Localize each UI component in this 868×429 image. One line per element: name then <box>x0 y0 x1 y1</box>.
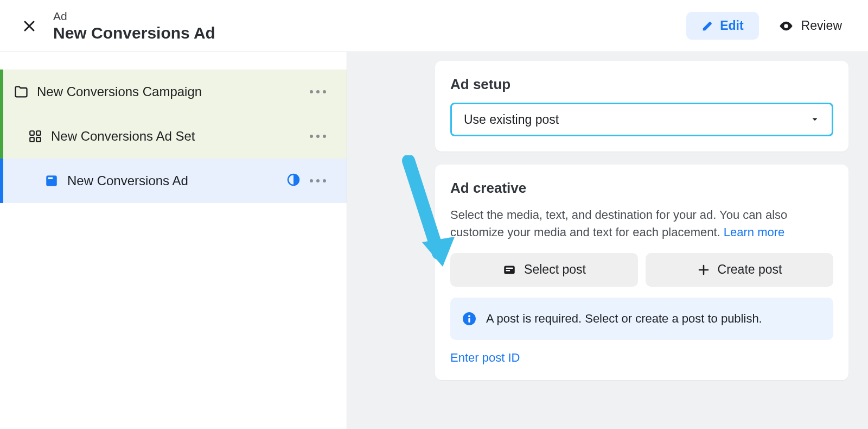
header-actions: Edit Review <box>686 12 846 40</box>
review-button[interactable]: Review <box>774 13 846 39</box>
tree-item-adset-label: New Conversions Ad Set <box>51 129 195 144</box>
left-tree-pane: New Conversions Campaign New Conversions… <box>0 52 347 429</box>
more-menu-adset[interactable] <box>307 131 329 141</box>
ad-icon <box>43 173 60 189</box>
header-bar: Ad New Conversions Ad Edit Review <box>0 0 868 52</box>
svg-rect-5 <box>46 175 57 186</box>
create-post-button[interactable]: Create post <box>646 253 833 287</box>
page-title: New Conversions Ad <box>53 24 215 42</box>
close-icon <box>23 20 36 33</box>
grid-icon <box>27 128 43 144</box>
tree-item-campaign[interactable]: New Conversions Campaign <box>0 70 347 114</box>
status-badge <box>287 173 300 188</box>
post-required-info: A post is required. Select or create a p… <box>450 298 833 340</box>
caret-down-icon <box>810 115 820 124</box>
tree-item-ad[interactable]: New Conversions Ad <box>0 159 347 203</box>
ad-creative-description: Select the media, text, and destination … <box>450 206 833 241</box>
learn-more-link[interactable]: Learn more <box>724 225 785 239</box>
right-pane: Ad setup Use existing post Ad creative S… <box>347 52 868 429</box>
tree-item-ad-label: New Conversions Ad <box>67 173 188 188</box>
ad-setup-title: Ad setup <box>450 76 833 93</box>
svg-rect-2 <box>36 131 41 135</box>
folder-icon <box>13 84 29 100</box>
svg-rect-13 <box>468 318 470 323</box>
enter-post-id-link[interactable]: Enter post ID <box>450 351 520 365</box>
title-block: Ad New Conversions Ad <box>53 10 215 42</box>
post-icon <box>502 263 516 277</box>
ad-creative-title: Ad creative <box>450 180 833 197</box>
review-label: Review <box>801 18 842 33</box>
svg-point-12 <box>468 315 470 317</box>
svg-point-0 <box>784 24 788 28</box>
svg-rect-3 <box>30 137 34 142</box>
select-post-label: Select post <box>524 262 586 277</box>
svg-rect-9 <box>506 267 513 268</box>
ad-setup-card: Ad setup Use existing post <box>435 61 848 152</box>
svg-rect-10 <box>506 270 510 271</box>
svg-rect-1 <box>30 131 34 135</box>
info-text: A post is required. Select or create a p… <box>486 312 762 326</box>
create-post-label: Create post <box>718 262 782 277</box>
eye-icon <box>778 18 794 34</box>
ad-setup-select-value: Use existing post <box>464 112 559 127</box>
ad-setup-select[interactable]: Use existing post <box>450 103 833 136</box>
tree-item-adset[interactable]: New Conversions Ad Set <box>0 114 347 159</box>
select-post-button[interactable]: Select post <box>450 253 638 287</box>
plus-icon <box>697 263 710 276</box>
svg-rect-6 <box>48 178 53 179</box>
more-menu-campaign[interactable] <box>307 87 329 97</box>
info-icon <box>462 312 476 326</box>
header-eyebrow: Ad <box>53 10 215 23</box>
half-circle-icon <box>287 173 300 186</box>
pencil-icon <box>701 20 713 32</box>
close-button[interactable] <box>20 16 39 36</box>
more-menu-ad[interactable] <box>307 176 329 186</box>
edit-label: Edit <box>720 18 743 33</box>
tree-item-campaign-label: New Conversions Campaign <box>37 84 202 99</box>
edit-button[interactable]: Edit <box>686 12 758 40</box>
ad-creative-card: Ad creative Select the media, text, and … <box>435 165 848 380</box>
svg-rect-4 <box>36 137 41 142</box>
